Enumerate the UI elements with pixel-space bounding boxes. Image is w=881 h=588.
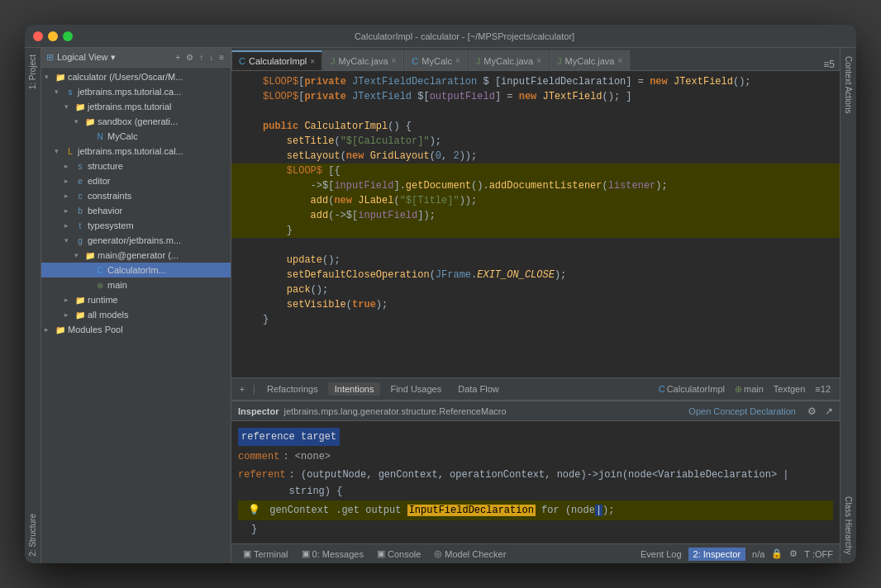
status-tab-model-checker[interactable]: ◎ Model Checker xyxy=(429,547,511,561)
status-tab-terminal[interactable]: ▣ Terminal xyxy=(238,547,293,561)
tab-data-flow[interactable]: Data Flow xyxy=(451,382,506,396)
add-icon[interactable]: + xyxy=(174,52,182,63)
code-line xyxy=(231,104,840,119)
tree-item[interactable]: ▾ 📁 jetbrains.mps.tutorial xyxy=(41,99,231,114)
code-line xyxy=(231,238,840,253)
status-tab-inspector[interactable]: 2: Inspector xyxy=(688,548,745,561)
tree-item[interactable]: ▸ t typesystem xyxy=(41,218,231,233)
tab-find-usages[interactable]: Find Usages xyxy=(383,382,448,396)
tree-item-label: behavior xyxy=(88,206,122,216)
tab-close-icon[interactable]: × xyxy=(310,57,315,66)
tab-mycalc[interactable]: C MyCalc × xyxy=(404,50,467,70)
code-line: pack(); xyxy=(231,282,840,297)
tab-icon: J xyxy=(557,56,562,66)
tree-item[interactable]: ▾ 📁 main@generator (... xyxy=(41,248,231,263)
minimize-button[interactable] xyxy=(48,31,58,41)
breadcrumb-more[interactable]: ≡12 xyxy=(811,382,835,396)
tab-more[interactable]: ≡5 xyxy=(818,59,840,70)
tab-mycalc-java1[interactable]: J MyCalc.java × xyxy=(323,50,403,70)
tree-item-selected[interactable]: C CalculatorIm... xyxy=(41,263,231,277)
panel-toolbar: + ⚙ ↑ ↓ ≡ xyxy=(174,52,226,63)
tree-item[interactable]: ▾ s jetbrains.mps.tutorial.ca... xyxy=(41,84,231,99)
tab-mycalc-java2[interactable]: J MyCalc.java × xyxy=(469,50,549,70)
project-panel-label[interactable]: 1: Project xyxy=(28,48,37,96)
tree-item[interactable]: ▾ 📁 sandbox (generati... xyxy=(41,114,231,129)
tree-item[interactable]: ▸ 📁 all models xyxy=(41,307,231,322)
breadcrumb-textgen[interactable]: Textgen xyxy=(769,382,810,396)
tab-calculatorimpl[interactable]: C CalculatorImpl × xyxy=(231,50,322,70)
code-line: $LOOP$[private JTextField $[outputField]… xyxy=(231,89,840,104)
breadcrumbs: C CalculatorImpl ⊕ main Textgen ≡12 xyxy=(655,382,835,396)
toggle-text[interactable]: T :OFF xyxy=(804,549,833,559)
code-content: $LOOP$[private JTextFieldDeclaration $ [… xyxy=(231,71,840,330)
tab-label: Terminal xyxy=(254,549,288,559)
tree-item[interactable]: ▸ s structure xyxy=(41,159,231,173)
up-icon[interactable]: ↑ xyxy=(198,52,205,63)
gear-icon[interactable]: ⚙ xyxy=(807,405,817,417)
bc-label: ≡12 xyxy=(815,384,831,394)
maximize-button[interactable] xyxy=(63,31,73,41)
tab-mycalc-java3[interactable]: J MyCalc.java × xyxy=(550,50,630,70)
breadcrumb-main[interactable]: ⊕ main xyxy=(731,382,768,396)
add-button[interactable]: + xyxy=(236,383,248,396)
context-actions-label[interactable]: Context Actions xyxy=(844,51,853,118)
tree-item[interactable]: ▾ g generator/jetbrains.m... xyxy=(41,233,231,248)
status-tab-console[interactable]: ▣ Console xyxy=(372,547,426,561)
tree-item-label: MyCalc xyxy=(107,131,138,141)
tab-label: CalculatorImpl xyxy=(249,56,307,66)
close-brace: } xyxy=(251,521,257,538)
tab-icon: J xyxy=(331,56,336,66)
structure-panel-label[interactable]: 2: Structure xyxy=(28,507,37,563)
tree-item[interactable]: ▸ 📁 runtime xyxy=(41,292,231,307)
inspector-panel: Inspector jetbrains.mps.lang.generator.s… xyxy=(231,401,840,543)
tab-label: Find Usages xyxy=(390,384,441,394)
code-editor[interactable]: $LOOP$[private JTextFieldDeclaration $ [… xyxy=(231,71,840,377)
tree-item-label: editor xyxy=(88,176,111,186)
main-area: 1: Project 2: Structure ⊞ Logical View ▾… xyxy=(25,48,856,563)
tree-item[interactable]: ▸ b behavior xyxy=(41,203,231,218)
tab-label: Refactorings xyxy=(267,384,318,394)
divider: | xyxy=(253,383,255,395)
bullet-icon: 💡 xyxy=(248,505,260,516)
settings-icon[interactable]: ⚙ xyxy=(184,52,195,63)
breadcrumb-calculatorimpl[interactable]: C CalculatorImpl xyxy=(655,382,729,396)
tree-item[interactable]: ▸ c constraints xyxy=(41,188,231,203)
tree-item-label: main@generator (... xyxy=(98,250,179,260)
tab-label: 0: Messages xyxy=(312,549,364,559)
tree-item[interactable]: ▾ 📁 calculator (/Users/Oscar/M... xyxy=(41,69,231,84)
status-tab-messages[interactable]: ▣ 0: Messages xyxy=(297,547,369,561)
tree-item[interactable]: ▾ L jetbrains.mps.tutorial.cal... xyxy=(41,144,231,159)
tab-bar: C CalculatorImpl × J MyCalc.java × C MyC… xyxy=(231,48,840,71)
settings-icon[interactable]: ⚙ xyxy=(789,548,798,559)
bc-label: CalculatorImpl xyxy=(667,384,725,394)
code-text xyxy=(263,238,269,253)
tab-close-icon[interactable]: × xyxy=(617,56,622,65)
model-checker-icon: ◎ xyxy=(434,548,442,559)
tab-label: Intentions xyxy=(335,384,374,394)
tree-item[interactable]: N MyCalc xyxy=(41,129,231,144)
event-log-link[interactable]: Event Log xyxy=(641,549,682,559)
tree-item[interactable]: ▸ 📁 Modules Pool xyxy=(41,322,231,337)
tab-close-icon[interactable]: × xyxy=(455,56,460,65)
bc-icon: ⊕ xyxy=(735,384,742,395)
terminal-icon: ▣ xyxy=(243,548,251,559)
code-line: update(); xyxy=(231,253,840,268)
inspector-field-comment: comment : <none> xyxy=(238,448,833,466)
tab-refactorings[interactable]: Refactorings xyxy=(260,382,325,396)
tree-item-label: jetbrains.mps.tutorial.cal... xyxy=(78,146,183,156)
tab-close-icon[interactable]: × xyxy=(392,56,397,65)
expand-icon[interactable]: ↗ xyxy=(825,405,833,417)
tab-intentions[interactable]: Intentions xyxy=(328,382,381,396)
tree-item[interactable]: ⊕ main xyxy=(41,277,231,292)
class-hierarchy-label[interactable]: Class Hierarchy xyxy=(844,491,853,560)
down-icon[interactable]: ↓ xyxy=(207,52,215,63)
tree-item[interactable]: ▸ e editor xyxy=(41,173,231,188)
code-text: .get output xyxy=(336,505,407,516)
close-button[interactable] xyxy=(33,31,43,41)
code-text: $LOOP$[private JTextField $[outputField]… xyxy=(263,89,632,104)
tab-close-icon[interactable]: × xyxy=(536,56,541,65)
expand-icon[interactable]: ≡ xyxy=(217,52,226,63)
editor-area: C CalculatorImpl × J MyCalc.java × C MyC… xyxy=(231,48,840,563)
open-concept-link[interactable]: Open Concept Declaration xyxy=(688,406,796,416)
field-label: referent xyxy=(238,467,286,483)
